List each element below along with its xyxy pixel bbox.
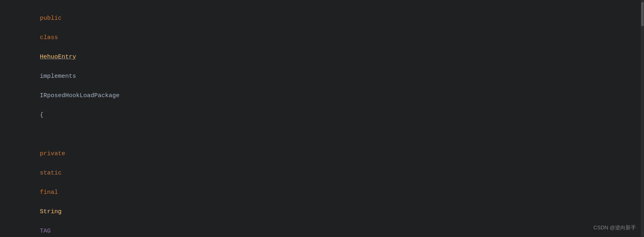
keyword-class: class: [40, 34, 58, 41]
keyword-final: final: [40, 189, 58, 196]
keyword-private: private: [40, 150, 65, 157]
var-tag: TAG: [40, 228, 51, 235]
code-line-2: private static final String TAG = "hook …: [16, 130, 644, 237]
interface-name: IRposedHookLoadPackage: [40, 92, 120, 99]
open-brace: {: [40, 112, 43, 118]
watermark-text: CSDN @逆向新手: [593, 224, 636, 232]
code-line-1: public class HehuoEntry implements IRpos…: [16, 4, 644, 130]
keyword-public: public: [40, 15, 62, 22]
type-string: String: [40, 208, 62, 215]
class-name-hehuo: HehuoEntry: [40, 54, 76, 60]
scrollbar-thumb[interactable]: [641, 2, 644, 26]
keyword-implements: implements: [40, 73, 76, 80]
scrollbar[interactable]: [641, 0, 644, 237]
keyword-static: static: [40, 170, 62, 177]
code-editor: public class HehuoEntry implements IRpos…: [0, 0, 644, 237]
